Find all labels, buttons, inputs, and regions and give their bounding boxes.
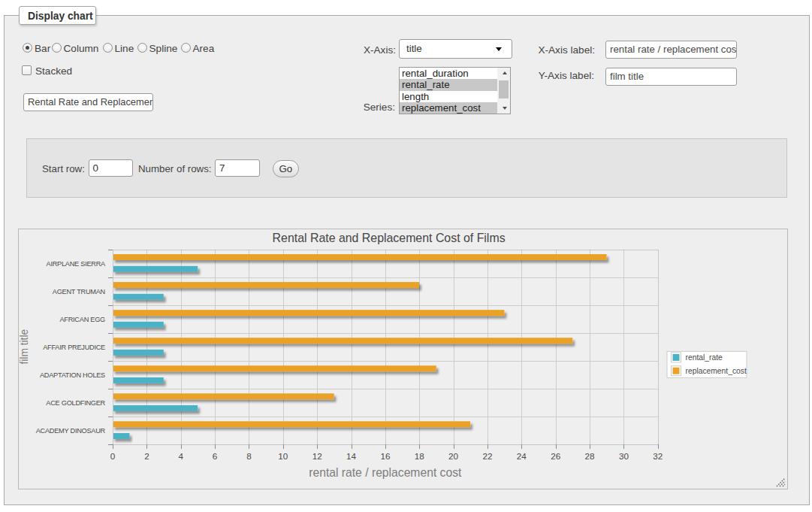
- svg-text:16: 16: [380, 450, 390, 460]
- svg-text:2: 2: [144, 450, 149, 460]
- svg-text:AFRICAN EGG: AFRICAN EGG: [59, 315, 105, 323]
- svg-text:24: 24: [517, 450, 527, 460]
- svg-text:14: 14: [346, 450, 357, 460]
- svg-text:18: 18: [415, 450, 424, 460]
- svg-text:32: 32: [653, 450, 663, 460]
- svg-text:Rental Rate and Replacement Co: Rental Rate and Replacement Cost of Film…: [273, 231, 506, 244]
- svg-text:ACADEMY DINOSAUR: ACADEMY DINOSAUR: [36, 427, 106, 435]
- svg-text:rental rate / replacement cost: rental rate / replacement cost: [309, 465, 462, 478]
- svg-text:12: 12: [312, 450, 322, 460]
- svg-text:10: 10: [278, 450, 288, 460]
- svg-text:6: 6: [213, 450, 218, 460]
- svg-text:ACE GOLDFINGER: ACE GOLDFINGER: [46, 398, 105, 406]
- svg-text:28: 28: [585, 450, 595, 460]
- svg-text:rental_rate: rental_rate: [686, 353, 723, 362]
- svg-text:26: 26: [551, 450, 560, 460]
- svg-text:8: 8: [246, 450, 252, 460]
- svg-text:film title: film title: [20, 329, 31, 364]
- svg-text:ADAPTATION HOLES: ADAPTATION HOLES: [40, 371, 105, 378]
- svg-text:AIRPLANE SIERRA: AIRPLANE SIERRA: [47, 259, 107, 267]
- svg-text:22: 22: [482, 450, 492, 460]
- svg-text:0: 0: [110, 450, 116, 460]
- svg-text:30: 30: [619, 450, 629, 460]
- svg-text:AGENT TRUMAN: AGENT TRUMAN: [53, 287, 105, 295]
- svg-text:AFFAIR PREJUDICE: AFFAIR PREJUDICE: [43, 343, 105, 350]
- svg-text:4: 4: [178, 450, 183, 460]
- svg-text:20: 20: [448, 450, 459, 460]
- svg-text:replacement_cost: replacement_cost: [686, 367, 747, 375]
